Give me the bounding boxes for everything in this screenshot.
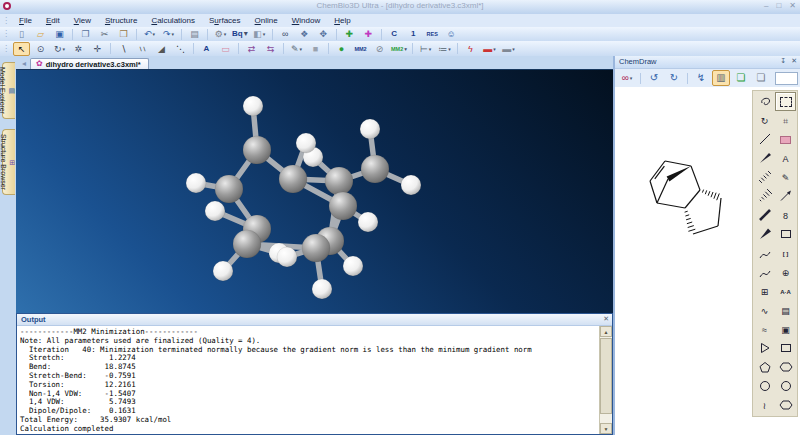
chemdraw-close-icon[interactable]: ✕: [791, 57, 797, 65]
square-shape-tool[interactable]: [775, 339, 796, 358]
bond-solid-tool[interactable]: [754, 130, 775, 149]
text-2d-tool[interactable]: A: [775, 149, 796, 168]
tab-scroll-left-icon[interactable]: ◂: [22, 59, 26, 68]
ellipse-shape-tool[interactable]: [775, 377, 796, 396]
redo-button[interactable]: ↷▾: [160, 27, 177, 41]
rectangle-tool-tool[interactable]: [775, 225, 796, 244]
cut-button[interactable]: ✂: [96, 27, 113, 41]
model-display-1-button[interactable]: ❖: [296, 27, 313, 41]
bond-hashed-wedge-tool[interactable]: [754, 187, 775, 206]
menu-edit[interactable]: Edit: [39, 16, 67, 25]
bond-hash-tool[interactable]: [754, 168, 775, 187]
dropdown-arrow-icon[interactable]: ▾: [448, 43, 451, 55]
model-3d-canvas[interactable]: [16, 69, 613, 314]
menu-structure[interactable]: Structure: [98, 16, 144, 25]
dropdown-arrow-icon[interactable]: ▾: [244, 28, 248, 40]
charge-1-button[interactable]: 1: [405, 27, 422, 41]
bond-single-button[interactable]: ∖: [115, 42, 132, 56]
load-from-3d-button[interactable]: ↺: [645, 70, 663, 86]
bond-wedge-button[interactable]: ◢: [153, 42, 170, 56]
atom-mapping-tool[interactable]: A·A: [775, 282, 796, 301]
template-tool-tool[interactable]: ▤: [775, 301, 796, 320]
lasso-tool[interactable]: [754, 92, 775, 111]
molecule-3d[interactable]: [16, 70, 613, 314]
dropdown-arrow-icon[interactable]: ▾: [630, 72, 633, 84]
select-button[interactable]: ↖: [13, 42, 30, 56]
undo-button[interactable]: ↶▾: [141, 27, 158, 41]
mm2-dynamics-button[interactable]: MM2▾: [390, 42, 408, 56]
wireframe-tool[interactable]: ⌗: [775, 111, 796, 130]
solvent-surface-button[interactable]: ▬▾: [500, 42, 517, 56]
triangle-shape-tool[interactable]: [754, 339, 775, 358]
open-folder-button[interactable]: ▱: [32, 27, 49, 41]
orbital-tool[interactable]: 8: [775, 206, 796, 225]
sidebar-tab-model-explorer[interactable]: ▤Model Explorer: [2, 62, 15, 119]
dipole-button[interactable]: ϟ: [462, 42, 479, 56]
add-fragment-button[interactable]: ✚: [341, 27, 358, 41]
send-to-3d-button[interactable]: ↻: [665, 70, 683, 86]
trackball-button[interactable]: ⊙: [32, 42, 49, 56]
pin-icon[interactable]: ↧: [780, 57, 786, 65]
paste-button[interactable]: ❒: [115, 27, 132, 41]
menu-calculations[interactable]: Calculations: [144, 16, 202, 25]
stop-calculation-button[interactable]: ■: [307, 42, 324, 56]
close-button[interactable]: ✕: [789, 1, 796, 10]
scroll-up-icon[interactable]: ▲: [600, 326, 612, 337]
bracket-tool-tool[interactable]: [ ]: [775, 244, 796, 263]
print-button[interactable]: ▤: [186, 27, 203, 41]
scroll-down-icon[interactable]: ▼: [600, 423, 612, 434]
background-button[interactable]: ◧▾: [251, 27, 268, 41]
hexagon-3d-shape-tool[interactable]: [775, 396, 796, 415]
dropdown-arrow-icon[interactable]: ▾: [263, 28, 266, 40]
output-scrollbar[interactable]: ▲ ▼: [599, 326, 612, 434]
dropdown-arrow-icon[interactable]: ▾: [404, 43, 407, 55]
measure-1-button[interactable]: ⊢▾: [417, 42, 434, 56]
curve-shape-tool[interactable]: ≀: [754, 396, 775, 415]
bond-wavy-tool[interactable]: [754, 244, 775, 263]
bond-bold-tool[interactable]: [754, 206, 775, 225]
charge-plus-tool[interactable]: ⊕: [775, 263, 796, 282]
dropdown-arrow-icon[interactable]: ▾: [153, 28, 156, 40]
sidebar-tab-structure-browser[interactable]: ⊞Structure Browser: [2, 129, 15, 195]
document-tab[interactable]: ✿ dihydro derivative3.c3xml*: [30, 58, 149, 69]
menu-help[interactable]: Help: [327, 16, 357, 25]
run-calculation-button[interactable]: ●: [333, 42, 350, 56]
camera-tool-tool[interactable]: ▣: [775, 320, 796, 339]
auto-sync-button[interactable]: ↯: [692, 70, 710, 86]
menu-online[interactable]: Online: [248, 16, 285, 25]
livelink-options-button[interactable]: ∞▾: [618, 70, 636, 86]
circle-shape-tool[interactable]: [754, 377, 775, 396]
menu-view[interactable]: View: [67, 16, 98, 25]
rotate-button[interactable]: ↻▾: [51, 42, 68, 56]
scrollbar-track[interactable]: [600, 337, 612, 423]
dropdown-arrow-icon[interactable]: ▾: [63, 43, 66, 55]
spectacles-button[interactable]: ∞: [277, 27, 294, 41]
wave-tool-tool[interactable]: ≈: [754, 320, 775, 339]
output-close-icon[interactable]: ✕: [603, 315, 609, 323]
new-document-button[interactable]: ▯: [13, 27, 30, 41]
bond-squiggle-tool[interactable]: [754, 263, 775, 282]
menu-surfaces[interactable]: Surfaces: [202, 16, 248, 25]
lock-link-button[interactable]: ❏: [752, 70, 770, 86]
table-tool-tool[interactable]: ⊞: [754, 282, 775, 301]
no-overlap-button[interactable]: ⊘: [371, 42, 388, 56]
bond-bold-wedge-tool[interactable]: [754, 225, 775, 244]
chain-tool-tool[interactable]: ∿: [754, 301, 775, 320]
text-style-button[interactable]: Bq▾: [231, 27, 249, 41]
dropdown-arrow-icon[interactable]: ▾: [512, 43, 515, 55]
pentagon-shape-tool[interactable]: [754, 358, 775, 377]
add-atom-button[interactable]: ✚: [360, 27, 377, 41]
copy-structure-button[interactable]: ❏: [732, 70, 750, 86]
res-label-button[interactable]: RES: [424, 27, 441, 41]
minimize-button[interactable]: –: [764, 1, 768, 10]
annotate-button[interactable]: ✎▾: [288, 42, 305, 56]
menu-file[interactable]: File: [12, 16, 39, 25]
eraser-button[interactable]: ▭: [217, 42, 234, 56]
face-button[interactable]: ☺: [443, 27, 460, 41]
live-link-button[interactable]: ▥: [712, 70, 730, 86]
translate-button[interactable]: ✛: [89, 42, 106, 56]
measure-2-button[interactable]: ≔▾: [436, 42, 453, 56]
tools-button[interactable]: ⚙▾: [212, 27, 229, 41]
scrollbar-thumb[interactable]: [600, 338, 612, 414]
dihedral-2-button[interactable]: ⇆: [262, 42, 279, 56]
